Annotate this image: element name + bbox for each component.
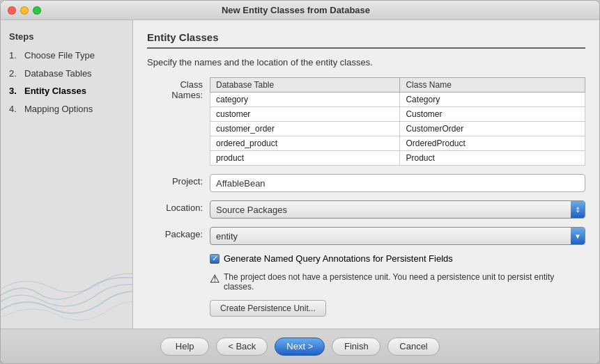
class-names-label: Class Names: bbox=[147, 77, 210, 100]
window: New Entity Classes from Database Steps 1… bbox=[0, 0, 600, 364]
col-database-table: Database Table bbox=[210, 78, 400, 93]
create-persistence-unit-button[interactable]: Create Persistence Unit... bbox=[210, 300, 326, 317]
finish-button[interactable]: Finish bbox=[332, 338, 380, 356]
class-name-cell: Product bbox=[400, 151, 585, 166]
step-2-label: Database Tables bbox=[24, 67, 92, 81]
step-4: 4. Mapping Options bbox=[9, 102, 124, 116]
db-table-cell: category bbox=[210, 93, 400, 107]
class-name-cell: CustomerOrder bbox=[400, 122, 585, 136]
col-class-name: Class Name bbox=[400, 78, 585, 93]
steps-list: 1. Choose File Type 2. Database Tables 3… bbox=[9, 49, 124, 116]
package-combo-value: entity bbox=[216, 231, 238, 242]
main-panel: Entity Classes Specify the names and the… bbox=[133, 20, 599, 329]
step-1-num: 1. bbox=[9, 49, 22, 63]
table-header-row: Database Table Class Name bbox=[210, 78, 585, 93]
generate-annotations-checkbox[interactable]: ✓ bbox=[210, 254, 220, 264]
location-row: Location: Source Packages ⇕ bbox=[147, 200, 585, 219]
location-combo-container: Source Packages ⇕ bbox=[210, 200, 585, 219]
sidebar: Steps 1. Choose File Type 2. Database Ta… bbox=[1, 20, 133, 329]
window-title: New Entity Classes from Database bbox=[0, 5, 592, 15]
help-button[interactable]: Help bbox=[160, 338, 209, 356]
step-2: 2. Database Tables bbox=[9, 67, 124, 81]
location-label: Location: bbox=[147, 200, 210, 213]
arrow-down-icon: ▼ bbox=[574, 232, 581, 240]
table-row: productProduct bbox=[210, 151, 585, 166]
warning-text: The project does not have a persistence … bbox=[224, 272, 585, 292]
class-names-table-container: Database Table Class Name categoryCatego… bbox=[210, 77, 585, 166]
step-3-num: 3. bbox=[9, 84, 22, 98]
step-2-num: 2. bbox=[9, 67, 22, 81]
checkbox-label: Generate Named Query Annotations for Per… bbox=[224, 253, 453, 264]
main-content: Steps 1. Choose File Type 2. Database Ta… bbox=[1, 20, 599, 329]
package-combo-arrow: ▼ bbox=[571, 228, 585, 244]
step-1-label: Choose File Type bbox=[24, 49, 95, 63]
project-row: Project: AffableBean bbox=[147, 174, 585, 192]
project-field-container: AffableBean bbox=[210, 174, 585, 192]
project-label: Project: bbox=[147, 174, 210, 187]
class-name-cell: Category bbox=[400, 93, 585, 107]
step-4-label: Mapping Options bbox=[24, 102, 93, 116]
class-names-table: Database Table Class Name categoryCatego… bbox=[210, 77, 585, 166]
db-table-cell: customer_order bbox=[210, 122, 400, 136]
next-button[interactable]: Next > bbox=[275, 338, 325, 356]
db-table-cell: ordered_product bbox=[210, 136, 400, 151]
location-combo[interactable]: Source Packages ⇕ bbox=[210, 200, 585, 219]
class-names-row: Class Names: Database Table Class Name c… bbox=[147, 77, 585, 166]
project-field: AffableBean bbox=[210, 174, 585, 192]
table-row: ordered_productOrderedProduct bbox=[210, 136, 585, 151]
location-combo-arrow: ⇕ bbox=[571, 201, 585, 218]
table-row: customer_orderCustomerOrder bbox=[210, 122, 585, 136]
panel-description: Specify the names and the location of th… bbox=[147, 57, 585, 68]
package-combo[interactable]: entity ▼ bbox=[210, 227, 585, 245]
package-combo-container: entity ▼ bbox=[210, 227, 585, 245]
checkbox-row: ✓ Generate Named Query Annotations for P… bbox=[210, 253, 585, 264]
sidebar-title: Steps bbox=[9, 31, 124, 42]
decorative-wave bbox=[1, 259, 133, 329]
back-button[interactable]: < Back bbox=[216, 338, 268, 356]
check-icon: ✓ bbox=[212, 255, 218, 262]
step-3: 3. Entity Classes bbox=[9, 84, 124, 98]
package-row: Package: entity ▼ bbox=[147, 227, 585, 245]
step-4-num: 4. bbox=[9, 102, 22, 116]
db-table-cell: product bbox=[210, 151, 400, 166]
package-label: Package: bbox=[147, 227, 210, 239]
table-row: categoryCategory bbox=[210, 93, 585, 107]
db-table-cell: customer bbox=[210, 107, 400, 122]
table-body: categoryCategorycustomerCustomercustomer… bbox=[210, 93, 585, 166]
step-3-label: Entity Classes bbox=[24, 84, 86, 98]
panel-title: Entity Classes bbox=[147, 31, 585, 49]
warning-icon: ⚠ bbox=[210, 272, 220, 285]
step-1: 1. Choose File Type bbox=[9, 49, 124, 63]
location-combo-value: Source Packages bbox=[216, 205, 287, 215]
table-row: customerCustomer bbox=[210, 107, 585, 122]
class-name-cell: OrderedProduct bbox=[400, 136, 585, 151]
cancel-button[interactable]: Cancel bbox=[387, 338, 439, 356]
class-name-cell: Customer bbox=[400, 107, 585, 122]
bottom-bar: Help < Back Next > Finish Cancel bbox=[1, 329, 599, 363]
arrow-up-down-icon: ⇕ bbox=[575, 206, 580, 214]
warning-row: ⚠ The project does not have a persistenc… bbox=[210, 272, 585, 292]
titlebar: New Entity Classes from Database bbox=[1, 1, 599, 20]
